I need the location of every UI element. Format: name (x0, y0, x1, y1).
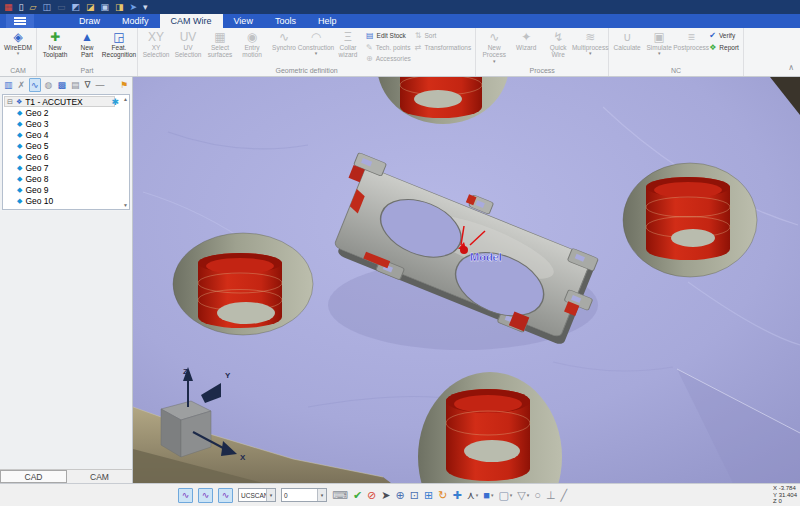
tree-item-geo-7[interactable]: ◆Geo 7 (3, 162, 129, 173)
ribbon-button-wireedm[interactable]: ◈WireEDM▾ (2, 28, 34, 66)
favorite-star-icon[interactable]: ✱ (111, 97, 119, 107)
ribbon-button-new-toolpath[interactable]: ✚New Toolpath (39, 28, 71, 66)
ribbon-button-select-surfaces[interactable]: ▦Select surfaces (204, 28, 236, 66)
menu-tab-cam-wire[interactable]: CAM Wire (160, 14, 223, 28)
perpendicular-snap-icon[interactable]: ⊥ (546, 488, 556, 502)
filter-icon[interactable]: ∇ (84, 79, 92, 91)
tree-item-geo-2[interactable]: ◆Geo 2 (3, 107, 129, 118)
tree-item-geo-4[interactable]: ◆Geo 4 (3, 129, 129, 140)
chevron-down-icon[interactable]: ▾ (266, 489, 275, 501)
shaded-view-icon[interactable]: ■▾ (483, 488, 493, 502)
ribbon-button-uv-selection[interactable]: UVUV Selection (172, 28, 204, 66)
display-icon[interactable]: ▥ (3, 79, 14, 91)
ucs-toggle-3[interactable]: ∿ (218, 488, 233, 503)
ribbon-button-construction[interactable]: ◠Construction▾ (300, 28, 332, 66)
chevron-down-icon[interactable]: ▾ (476, 488, 479, 502)
curves-icon[interactable]: ∿ (29, 78, 41, 92)
delete-icon[interactable]: ✗ (17, 79, 27, 91)
collapse-ribbon-button[interactable]: ∧ (788, 63, 800, 76)
ribbon-button-sort[interactable]: ⇅Sort (415, 31, 471, 40)
menu-tab-tools[interactable]: Tools (264, 14, 307, 28)
save-icon[interactable]: ◫ (42, 2, 51, 12)
folder-icon[interactable]: ▤ (70, 79, 81, 91)
rotate-view-icon[interactable]: ↻ (438, 488, 447, 502)
solid-icon[interactable]: ▩ (56, 79, 67, 91)
circle-snap-icon[interactable]: ○ (534, 488, 541, 502)
ribbon-button-simulate[interactable]: ▣Simulate▾ (643, 28, 675, 66)
ribbon-button-entry-motion[interactable]: ◉Entry motion (236, 28, 268, 66)
hamburger-menu-icon[interactable] (6, 14, 34, 28)
ucs-select[interactable]: UCSCAN▾ (238, 488, 276, 502)
tree-item-geo-11[interactable]: ◆Geo 11 (3, 206, 129, 210)
ribbon-button-tech-points[interactable]: ✎Tech. points (366, 43, 411, 52)
ribbon-button-feat-recognition[interactable]: ◲Feat. Recognition (103, 28, 135, 66)
chevron-down-icon[interactable]: ▾ (527, 488, 530, 502)
tree-item-geo-6[interactable]: ◆Geo 6 (3, 151, 129, 162)
ribbon-button-new-process[interactable]: ∿New Process▾ (478, 28, 510, 66)
more-icon[interactable]: ▾ (143, 2, 148, 12)
stop-icon[interactable]: ⊘ (367, 488, 376, 502)
scroll-down-icon[interactable]: ▼ (123, 202, 128, 208)
pointer-delete-icon[interactable]: ➤ (381, 488, 390, 502)
new-file-icon[interactable]: ▯ (19, 2, 24, 12)
ucs-toggle-2[interactable]: ∿ (198, 488, 213, 503)
tree-item-geo-10[interactable]: ◆Geo 10 (3, 195, 129, 206)
tree-item-geo-3[interactable]: ◆Geo 3 (3, 118, 129, 129)
ribbon-button-report[interactable]: ❖Report (709, 43, 739, 52)
zoom-window-icon[interactable]: ⊡ (410, 488, 419, 502)
menu-tab-draw[interactable]: Draw (68, 14, 111, 28)
ribbon-button-verify[interactable]: ✔Verify (709, 31, 739, 40)
tree-item-geo-9[interactable]: ◆Geo 9 (3, 184, 129, 195)
confirm-icon[interactable]: ✔ (353, 488, 362, 502)
ribbon-button-xy-selection[interactable]: XYXY Selection (140, 28, 172, 66)
viewport-3d[interactable]: Model Z Y X (133, 77, 800, 483)
copy-icon[interactable]: ▣ (100, 2, 109, 12)
open-file-icon[interactable]: ▱ (29, 2, 36, 12)
zoom-fit-icon[interactable]: ⊞ (424, 488, 433, 502)
pin-icon[interactable]: ⚑ (119, 79, 129, 91)
chevron-down-icon[interactable]: ▾ (491, 488, 494, 502)
menu-tab-modify[interactable]: Modify (111, 14, 160, 28)
iso-view-icon[interactable]: ⋏▾ (467, 488, 479, 502)
ribbon-button-postprocess[interactable]: ≡Postprocess (675, 28, 707, 66)
operations-tree[interactable]: ⊟❖T1 - ACCUTEX◆Geo 2◆Geo 3◆Geo 4◆Geo 5◆G… (2, 94, 130, 210)
ribbon-button-multiprocess[interactable]: ≋Multiprocess▾ (574, 28, 606, 66)
value-select[interactable]: 0▾ (281, 488, 327, 502)
keyboard-icon[interactable]: ⌨ (332, 488, 348, 502)
expand-collapse-icon[interactable]: ⊟ (7, 98, 13, 106)
pan-icon[interactable]: ✚ (452, 488, 461, 502)
ucs-toggle-1[interactable]: ∿ (178, 488, 193, 503)
menu-tab-view[interactable]: View (223, 14, 264, 28)
print-icon[interactable]: ▭ (57, 2, 66, 12)
display-options-icon[interactable]: ▽▾ (517, 488, 529, 502)
scroll-up-icon[interactable]: ▲ (123, 96, 128, 102)
model-label[interactable]: Model (470, 251, 502, 263)
undo-icon[interactable]: ◩ (71, 2, 80, 12)
chevron-down-icon[interactable]: ▾ (317, 489, 326, 501)
ribbon-button-synchro[interactable]: ∿Synchro (268, 28, 300, 66)
refresh-icon[interactable]: ◨ (115, 2, 124, 12)
sync-icon[interactable]: ➤ (129, 2, 137, 12)
ribbon-button-wizard[interactable]: ✦Wizard (510, 28, 542, 66)
tab-cam[interactable]: CAM (67, 470, 132, 483)
ribbon-button-calculate[interactable]: ∪Calculate (611, 28, 643, 66)
ribbon-button-accessories[interactable]: ⊕Accessories (366, 54, 411, 63)
zoom-in-icon[interactable]: ⊕ (396, 488, 405, 502)
viewport-canvas[interactable]: Model Z Y X (133, 77, 800, 483)
ribbon-button-edit-stock[interactable]: ▤Edit Stock (366, 31, 411, 40)
tab-cad[interactable]: CAD (0, 470, 67, 483)
ribbon-button-collar-wizard[interactable]: ΞCollar wizard (332, 28, 364, 66)
line-snap-icon[interactable]: ╱ (561, 488, 568, 502)
menu-tab-help[interactable]: Help (307, 14, 348, 28)
ribbon-button-transformations[interactable]: ⇄Transformations (415, 43, 471, 52)
tree-item-geo-8[interactable]: ◆Geo 8 (3, 173, 129, 184)
tree-item-t1-accutex[interactable]: ⊟❖T1 - ACCUTEX (4, 96, 115, 107)
ribbon-button-quick-wire[interactable]: ↯Quick Wire (542, 28, 574, 66)
tree-item-geo-5[interactable]: ◆Geo 5 (3, 140, 129, 151)
redo-icon[interactable]: ◪ (86, 2, 95, 12)
wireframe-view-icon[interactable]: ▢▾ (498, 488, 512, 502)
ribbon-button-new-part[interactable]: ▲New Part (71, 28, 103, 66)
chevron-down-icon[interactable]: ▾ (510, 488, 513, 502)
wire-icon[interactable]: — (95, 79, 106, 91)
globe-icon[interactable]: ◍ (44, 79, 54, 91)
